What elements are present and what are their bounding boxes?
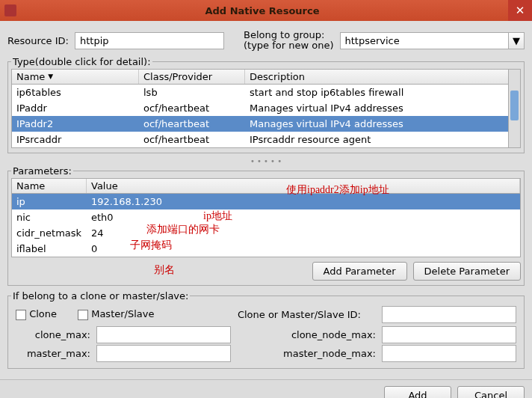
delete-parameter-button[interactable]: Delete Parameter: [413, 262, 521, 281]
param-col-name[interactable]: Name: [12, 179, 87, 193]
group-label-line1: Belong to group:: [244, 30, 334, 40]
master-node-max-input[interactable]: [382, 345, 516, 362]
param-grid-header: Name Value: [12, 179, 520, 194]
type-legend: Type(double click for detail):: [11, 56, 152, 67]
resource-id-label: Resource ID:: [7, 35, 69, 46]
clone-node-max-label: clone_node_max:: [264, 329, 376, 340]
type-grid-header: Name▼ Class/Provider Description: [12, 70, 520, 85]
window-title: Add Native Resource: [16, 5, 508, 16]
type-row[interactable]: IPsrcaddrocf/heartbeatIPsrcaddr resource…: [12, 132, 520, 147]
app-icon: [4, 4, 16, 16]
clone-fieldset: If belong to a clone or master/slave: Cl…: [7, 290, 525, 369]
resource-id-input[interactable]: [75, 32, 224, 49]
close-button[interactable]: ✕: [508, 0, 532, 21]
scrollbar-thumb[interactable]: [510, 91, 519, 120]
param-row[interactable]: cidr_netmask24: [12, 225, 520, 241]
param-row[interactable]: niceth0: [12, 209, 520, 225]
sort-down-icon: ▼: [48, 73, 53, 80]
master-slave-checkbox[interactable]: Master/Slave: [78, 308, 154, 320]
group-combo-input[interactable]: [340, 32, 508, 49]
add-parameter-button[interactable]: Add Parameter: [312, 262, 407, 281]
clone-node-max-input[interactable]: [382, 326, 516, 343]
clone-checkbox[interactable]: Clone: [16, 308, 57, 320]
type-col-class[interactable]: Class/Provider: [139, 70, 245, 84]
param-row[interactable]: iflabel0: [12, 241, 520, 257]
type-scrollbar[interactable]: [508, 70, 520, 147]
param-grid-body[interactable]: ip192.168.1.230niceth0cidr_netmask24ifla…: [12, 194, 520, 257]
type-fieldset: Type(double click for detail): Name▼ Cla…: [7, 56, 525, 153]
param-col-value[interactable]: Value: [87, 179, 520, 193]
cancel-button[interactable]: Cancel: [457, 386, 525, 398]
parameters-legend: Parameters:: [11, 165, 73, 177]
checkbox-icon: [16, 310, 26, 320]
type-row[interactable]: ip6tableslsbstart and stop ip6tables fir…: [12, 85, 520, 100]
master-max-label: master_max:: [16, 348, 90, 359]
type-col-desc[interactable]: Description: [245, 70, 520, 84]
checkbox-icon: [78, 310, 88, 320]
split-resize-handle[interactable]: • • • • •: [7, 158, 525, 165]
title-bar: Add Native Resource ✕: [0, 0, 532, 21]
type-row[interactable]: IPaddr2ocf/heartbeatManages virtual IPv4…: [12, 116, 520, 132]
master-node-max-label: master_node_max:: [264, 348, 376, 359]
group-label-line2: (type for new one): [244, 40, 334, 51]
cms-id-label: Clone or Master/Slave ID:: [238, 309, 361, 320]
clone-legend: If belong to a clone or master/slave:: [11, 290, 190, 301]
master-max-input[interactable]: [96, 345, 231, 362]
chevron-down-icon: ▼: [513, 35, 520, 46]
type-row[interactable]: IPaddrocf/heartbeatManages virtual IPv4 …: [12, 100, 520, 116]
cms-id-input[interactable]: [382, 306, 516, 323]
clone-max-input[interactable]: [96, 326, 231, 343]
type-col-name[interactable]: Name▼: [12, 70, 139, 84]
type-grid-body[interactable]: ip6tableslsbstart and stop ip6tables fir…: [12, 85, 520, 147]
add-button[interactable]: Add: [384, 386, 451, 398]
param-row[interactable]: ip192.168.1.230: [12, 194, 520, 209]
group-combo-arrow[interactable]: ▼: [508, 32, 525, 49]
parameters-fieldset: Parameters: Name Value ip192.168.1.230ni…: [7, 165, 525, 286]
clone-max-label: clone_max:: [16, 329, 90, 340]
